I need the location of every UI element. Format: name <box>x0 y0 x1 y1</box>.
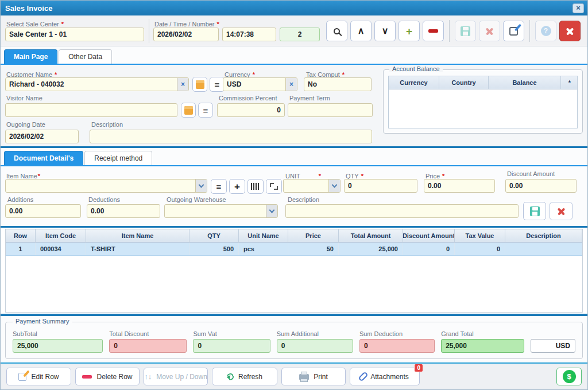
move-up-down-button[interactable]: ↑↓ Move Up / Down <box>144 368 208 385</box>
discount-amount-label: Discount Amount <box>507 170 555 177</box>
save-icon <box>461 26 470 36</box>
payment-term-label: Payment Term <box>289 95 330 102</box>
price-input[interactable]: 0.00 <box>424 179 495 193</box>
item-barcode-button[interactable] <box>247 179 264 194</box>
previous-record-button[interactable]: ∧ <box>350 21 372 41</box>
account-balance-column-header[interactable]: * <box>561 76 578 89</box>
visitor-lookup-button[interactable] <box>181 103 196 118</box>
account-balance-column-header[interactable]: Country <box>439 76 489 89</box>
unit-combobox[interactable] <box>283 179 341 193</box>
time-input[interactable]: 14:07:38 <box>222 28 276 41</box>
sum-additional-value: 0 <box>277 339 353 353</box>
chevron-up-icon: ∧ <box>358 26 365 36</box>
sale-center-input[interactable]: Sale Center 1 - 01 <box>5 28 144 41</box>
plus-icon: + <box>406 26 412 37</box>
total-discount-field: Total Discount 0 <box>109 330 187 353</box>
grid-column-header[interactable]: Tax Value <box>455 229 505 242</box>
item-add-button[interactable]: + <box>229 179 245 194</box>
grid-cell: 1 <box>6 243 36 255</box>
grid-column-header[interactable]: Item Name <box>86 229 189 242</box>
discount-amount-input[interactable]: 0.00 <box>505 179 577 193</box>
item-name-combobox[interactable] <box>5 179 207 193</box>
attachments-count-badge: 0 <box>414 364 423 372</box>
close-x-icon <box>566 27 574 36</box>
grid-column-header[interactable]: Item Code <box>36 229 86 242</box>
grid-column-header[interactable]: Discount Amount <box>403 229 455 242</box>
add-record-button[interactable]: + <box>399 21 420 41</box>
search-button[interactable] <box>326 21 347 41</box>
ougoing-date-input[interactable]: 2026/02/02 <box>5 130 79 143</box>
invoice-number-field[interactable]: 2 <box>280 28 320 41</box>
qty-input[interactable]: 0 <box>344 179 417 193</box>
grid-column-header[interactable]: Unit Name <box>239 229 288 242</box>
payment-summary-title: Payment Summary <box>13 318 72 325</box>
refresh-button[interactable]: Refresh <box>212 368 277 385</box>
delete-row-button[interactable]: Delete Row <box>75 368 140 385</box>
edit-button[interactable] <box>503 21 524 41</box>
subtotal-field: SubTotal 25,000 <box>13 330 103 353</box>
clear-customer-icon[interactable]: × <box>177 78 188 91</box>
save-button[interactable] <box>455 21 476 41</box>
chevron-down-icon <box>199 182 204 188</box>
hamburger-icon: ≡ <box>203 106 208 115</box>
deductions-input[interactable]: 0.00 <box>87 204 160 218</box>
tab-main-page[interactable]: Main Page <box>4 49 57 64</box>
divider <box>149 19 149 43</box>
additions-input[interactable]: 0.00 <box>5 204 81 218</box>
payment-button[interactable]: $ <box>556 368 582 385</box>
tax-comput-input[interactable]: No <box>304 77 372 91</box>
grid-column-header[interactable]: QTY <box>189 229 239 242</box>
tab-receipt-method[interactable]: Receipt method <box>84 151 152 165</box>
account-balance-column-header[interactable]: Balance <box>489 76 561 89</box>
commission-percent-input[interactable]: 0 <box>217 103 285 117</box>
account-balance-body <box>389 89 577 128</box>
item-dropdown-button[interactable] <box>195 180 207 192</box>
help-icon: ? <box>541 26 551 36</box>
row-description-input[interactable] <box>285 204 519 218</box>
print-button[interactable]: Print <box>281 368 346 385</box>
edit-row-button[interactable]: Edit Row <box>6 368 71 385</box>
currency-input[interactable]: USD × <box>223 77 297 91</box>
remove-record-button[interactable] <box>423 21 444 41</box>
toolbar: ∧ ∨ + ? <box>326 20 581 42</box>
help-button[interactable]: ? <box>535 21 556 41</box>
customer-lookup-button[interactable] <box>192 77 207 92</box>
account-balance-column-header[interactable]: Currency <box>389 76 439 89</box>
date-input[interactable]: 2026/02/02 <box>153 28 219 41</box>
grid-column-header[interactable]: Row <box>6 229 36 242</box>
payment-term-input[interactable] <box>288 103 373 117</box>
grid-column-header[interactable]: Price <box>288 229 339 242</box>
chevron-down-icon <box>269 207 275 213</box>
cancel-button[interactable] <box>479 21 500 41</box>
visitor-list-button[interactable]: ≡ <box>198 103 213 118</box>
row-cancel-button[interactable] <box>550 202 572 220</box>
item-list-button[interactable]: ≡ <box>211 179 227 194</box>
visitor-name-label: Visitor Name <box>6 95 42 102</box>
item-scan-button[interactable] <box>266 179 282 194</box>
clear-currency-icon[interactable]: × <box>285 78 297 91</box>
grid-column-header[interactable]: Description <box>505 229 582 242</box>
window-close-icon[interactable]: × <box>572 3 584 13</box>
attachments-button[interactable]: Attachments 0 <box>350 368 420 385</box>
description-input[interactable] <box>90 130 372 143</box>
grid-cell <box>505 243 582 255</box>
folder-icon <box>196 80 204 89</box>
close-form-button[interactable] <box>559 21 581 41</box>
grid-cell: 500 <box>189 243 239 255</box>
grid-column-header[interactable]: Total Amount <box>339 229 403 242</box>
outgoing-warehouse-combobox[interactable] <box>164 204 278 218</box>
next-record-button[interactable]: ∨ <box>374 21 396 41</box>
unit-dropdown-button[interactable] <box>328 180 340 192</box>
commission-percent-label: Commission Percent <box>219 95 277 102</box>
top-panel: Select Sale Center* Sale Center 1 - 01 D… <box>1 15 587 46</box>
row-save-button[interactable] <box>523 202 546 220</box>
tab-document-details[interactable]: Document Detail's <box>4 151 83 165</box>
table-row[interactable]: 1000034T-SHIRT500pcs5025,00000 <box>6 243 582 256</box>
tab-other-data[interactable]: Other Data <box>59 49 112 64</box>
detail-tabstrip: Document Detail's Receipt method <box>1 148 587 166</box>
warehouse-dropdown-button[interactable] <box>266 205 277 217</box>
sum-deduction-field: Sum Deduction 0 <box>359 330 435 353</box>
customer-name-input[interactable]: Richard - 040032 × <box>5 77 189 91</box>
visitor-name-input[interactable] <box>5 103 177 117</box>
divider <box>449 20 450 42</box>
